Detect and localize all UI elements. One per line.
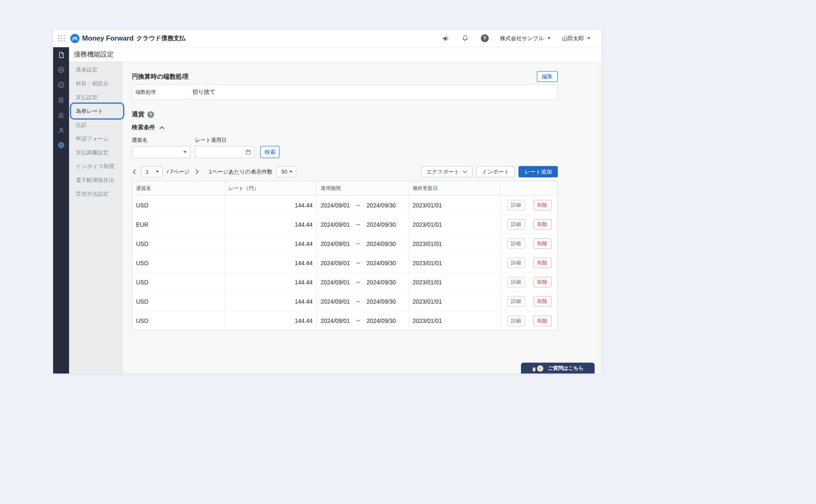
cell-actions: 詳細 削除 — [500, 196, 557, 215]
gear-icon[interactable] — [53, 138, 69, 153]
detail-button[interactable]: 詳細 — [507, 258, 525, 268]
chat-support-button[interactable]: ご質問はこちら — [521, 363, 595, 374]
report-icon[interactable] — [53, 92, 69, 107]
settings-menu-item[interactable]: 電子帳簿保存法 — [69, 173, 123, 187]
settings-menu-item[interactable]: 支払設定 — [69, 90, 123, 104]
range-separator: ～ — [355, 202, 361, 209]
delete-button[interactable]: 削除 — [534, 200, 552, 210]
header-period: 適用期間 — [316, 181, 408, 195]
currency-section-title: 通貨 — [132, 110, 144, 118]
settings-menu-item[interactable]: 申請フォーム — [69, 132, 123, 146]
range-separator: ～ — [355, 298, 361, 305]
search-conditions-toggle[interactable]: 検索条件 — [132, 124, 182, 131]
cell-period: 2024/09/01～2024/09/30 — [316, 311, 408, 330]
settings-menu-item[interactable]: インボイス制度 — [69, 159, 123, 173]
settings-menu-item-label: 受領方法設定 — [76, 190, 108, 198]
cell-updated: 2023/01/01 — [408, 273, 500, 292]
per-page-select[interactable]: 50 — [277, 166, 296, 177]
delete-button[interactable]: 削除 — [534, 296, 552, 307]
edit-button[interactable]: 編集 — [537, 71, 558, 82]
main-content: 円換算時の端数処理 編集 端数処理 切り捨て 通貨 ? — [123, 62, 601, 374]
settings-menu-item[interactable]: 支払調書設定 — [69, 146, 123, 159]
check-circle-icon[interactable] — [53, 77, 69, 92]
cell-updated: 2023/01/01 — [408, 311, 500, 330]
delete-button[interactable]: 削除 — [534, 258, 552, 268]
page-total: / 7ページ — [167, 168, 190, 176]
settings-menu-item[interactable]: 科目・税区分 — [69, 77, 123, 90]
import-button[interactable]: インポート — [476, 166, 515, 177]
delete-button[interactable]: 削除 — [534, 316, 552, 326]
calendar-icon[interactable] — [245, 149, 251, 155]
add-rate-button-label: レート追加 — [524, 168, 552, 176]
cell-rate: 144.44 — [224, 253, 316, 272]
cell-period: 2024/09/01～2024/09/30 — [316, 273, 408, 292]
detail-button[interactable]: 詳細 — [507, 219, 525, 230]
delete-button[interactable]: 削除 — [534, 238, 552, 249]
header-actions — [500, 181, 557, 195]
prev-page-button[interactable] — [132, 168, 137, 175]
rate-date-label: レート適用日 — [195, 137, 227, 144]
detail-button[interactable]: 詳細 — [507, 238, 525, 249]
settings-menu-item-label: 科目・税区分 — [76, 80, 108, 87]
currency-help-icon[interactable]: ? — [147, 111, 154, 118]
settings-menu-item-label: 仕訳 — [76, 121, 87, 129]
import-button-label: インポート — [482, 168, 509, 176]
document-icon[interactable] — [53, 47, 69, 62]
header-rate: レート（円） — [224, 181, 316, 195]
settings-menu-item-label: 電子帳簿保存法 — [76, 177, 114, 184]
cell-currency: USD — [132, 234, 224, 253]
bell-icon[interactable] — [462, 35, 469, 42]
search-form-row: 検索 — [132, 146, 558, 158]
chevron-down-icon — [289, 171, 293, 173]
rate-table-body: USD 144.44 2024/09/01～2024/09/30 2023/01… — [132, 196, 557, 330]
right-column: 債務機能設定 基本設定 科目・税区分 支払設定 為替レート 仕訳 申請フォーム … — [69, 47, 601, 374]
company-name: 株式会社サンプル — [500, 35, 544, 42]
settings-menu-item[interactable]: 仕訳 — [69, 118, 123, 132]
search-conditions-label: 検索条件 — [132, 124, 155, 131]
app-grid-icon[interactable] — [58, 35, 65, 42]
settings-menu-item[interactable]: 受領方法設定 — [69, 187, 123, 201]
company-menu[interactable]: 株式会社サンプル — [500, 35, 551, 42]
rate-table: 通貨名 レート（円） 適用期間 最終更新日 USD 144.44 2024/09… — [132, 181, 558, 331]
megaphone-icon[interactable] — [442, 35, 449, 42]
settings-menu-item[interactable]: 為替レート — [69, 104, 123, 118]
money-forward-logo[interactable]: Money Forward — [70, 34, 133, 43]
cell-period: 2024/09/01～2024/09/30 — [316, 234, 408, 253]
table-row: USD 144.44 2024/09/01～2024/09/30 2023/01… — [132, 253, 557, 273]
cell-rate: 144.44 — [224, 292, 316, 311]
next-page-button[interactable] — [195, 168, 200, 175]
plus-circle-icon[interactable] — [53, 62, 69, 77]
detail-button[interactable]: 詳細 — [507, 296, 525, 307]
chevron-up-icon — [159, 126, 164, 129]
rounding-row-value: 切り捨て — [192, 88, 216, 96]
cell-rate: 144.44 — [224, 196, 316, 215]
building-icon[interactable] — [53, 107, 69, 123]
detail-button[interactable]: 詳細 — [507, 316, 525, 326]
delete-button[interactable]: 削除 — [534, 219, 552, 230]
delete-button[interactable]: 削除 — [534, 277, 552, 287]
help-icon[interactable]: ? — [481, 34, 489, 42]
settings-menu-item[interactable]: 基本設定 — [69, 63, 123, 77]
cell-rate: 144.44 — [224, 273, 316, 292]
currency-name-select[interactable] — [132, 146, 190, 158]
person-icon[interactable] — [53, 123, 69, 138]
detail-button[interactable]: 詳細 — [507, 200, 525, 210]
range-separator: ～ — [355, 259, 361, 267]
page-select[interactable]: 1 — [141, 166, 163, 177]
chevron-down-icon — [547, 37, 551, 39]
user-menu[interactable]: 山田太郎 — [562, 35, 590, 42]
product-name: クラウド債務支払 — [136, 34, 185, 42]
search-button[interactable]: 検索 — [260, 146, 280, 158]
cell-rate: 144.44 — [224, 311, 316, 330]
top-bar-right: ? 株式会社サンプル 山田太郎 — [430, 34, 590, 42]
chevron-down-icon — [587, 37, 590, 39]
add-rate-button[interactable]: レート追加 — [518, 166, 558, 177]
detail-button[interactable]: 詳細 — [507, 277, 525, 287]
range-separator: ～ — [355, 279, 361, 286]
cell-actions: 詳細 削除 — [500, 292, 557, 311]
export-button[interactable]: エクスポート — [421, 166, 473, 177]
table-row: USD 144.44 2024/09/01～2024/09/30 2023/01… — [132, 292, 557, 311]
money-forward-logo-icon — [70, 34, 80, 43]
user-name: 山田太郎 — [562, 35, 584, 42]
cell-rate: 144.44 — [224, 215, 316, 234]
